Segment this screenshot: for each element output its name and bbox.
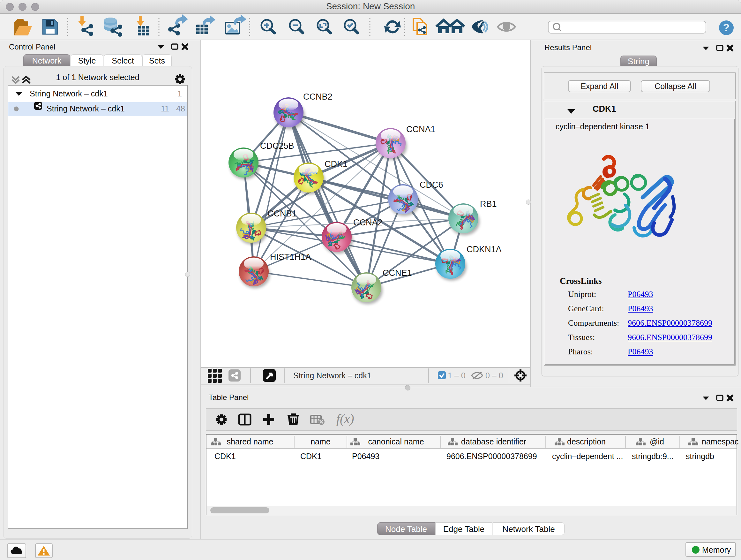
svg-text:CCNE1: CCNE1	[383, 268, 412, 278]
svg-text:?: ?	[723, 21, 730, 34]
svg-text:CCNA2: CCNA2	[353, 218, 383, 227]
svg-text:RB1: RB1	[480, 199, 497, 209]
svg-text:CDC6: CDC6	[420, 180, 443, 190]
svg-text:CCNB2: CCNB2	[303, 92, 333, 102]
svg-text:CCNB1: CCNB1	[267, 209, 297, 219]
svg-text:CCNA1: CCNA1	[406, 125, 435, 134]
svg-text:CDKN1A: CDKN1A	[467, 245, 502, 254]
svg-text:CDC25B: CDC25B	[260, 141, 294, 151]
svg-text:CDK1: CDK1	[325, 159, 347, 169]
svg-text:HIST1H1A: HIST1H1A	[270, 252, 311, 262]
